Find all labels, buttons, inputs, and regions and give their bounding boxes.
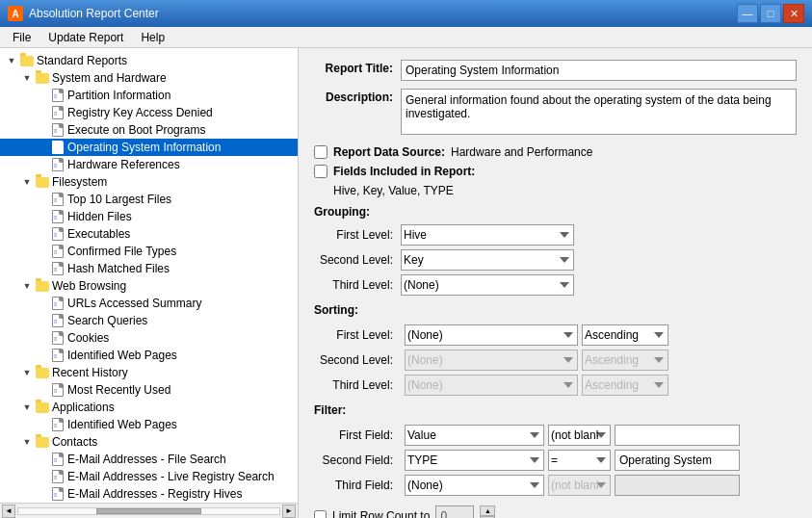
label-filesystem: Filesystem	[52, 175, 107, 189]
menu-help[interactable]: Help	[132, 28, 173, 47]
filter-third-op-select[interactable]: (not blank = !=	[548, 475, 611, 496]
tree-node-confirmed-file-types[interactable]: Confirmed File Types	[0, 243, 298, 260]
tree-node-top10[interactable]: Top 10 Largest Files	[0, 191, 298, 208]
expander-standard-reports[interactable]: ▼	[4, 53, 19, 68]
label-most-recently-used: Most Recently Used	[67, 383, 170, 397]
filter-first-op-select[interactable]: (not blank = != contains	[548, 425, 611, 446]
tree-node-os-info[interactable]: Operating System Information	[0, 139, 298, 156]
tree-node-hidden-files[interactable]: Hidden Files	[0, 208, 298, 225]
filter-third-row: Third Field: (None) Hive Key Value TYPE …	[314, 475, 797, 496]
tree-node-identified-web-pages-app[interactable]: Identified Web Pages	[0, 416, 298, 433]
tree-node-web-browsing[interactable]: ▼ Web Browsing	[0, 277, 298, 295]
sorting-third-row: Third Level: (None) Ascending Descending	[314, 375, 797, 396]
menu-bar: File Update Report Help	[0, 27, 812, 48]
tree-node-applications[interactable]: ▼ Applications	[0, 399, 298, 416]
sorting-second-order-select[interactable]: Ascending Descending	[582, 350, 668, 371]
hscroll-right-btn[interactable]: ►	[282, 505, 296, 518]
expander-web-browsing[interactable]: ▼	[19, 278, 35, 294]
expander-recent-history[interactable]: ▼	[19, 365, 35, 380]
tree-node-most-recently-used[interactable]: Most Recently Used	[0, 381, 298, 399]
expander-top10	[35, 192, 50, 207]
filter-first-value-input[interactable]	[615, 425, 740, 446]
limit-row-count-checkbox[interactable]	[314, 510, 327, 519]
report-title-input[interactable]	[401, 60, 797, 81]
expander-contacts[interactable]: ▼	[19, 434, 35, 450]
filter-second-field-select[interactable]: TYPE Hive Key Value (None)	[405, 450, 544, 471]
grouping-third-label: Third Level:	[314, 278, 401, 292]
expander-hash-matched	[35, 261, 50, 276]
filter-second-value-input[interactable]	[615, 450, 740, 471]
expander-applications[interactable]: ▼	[19, 400, 35, 415]
report-icon-identified-web-wb	[50, 348, 65, 363]
grouping-first-label: First Level:	[314, 228, 401, 242]
fields-included-checkbox[interactable]	[314, 165, 327, 178]
tree-node-contacts[interactable]: ▼ Contacts	[0, 433, 298, 451]
sorting-first-row: First Level: (None) Hive Key Value Ascen…	[314, 324, 797, 346]
filter-second-op-select[interactable]: = != (not blank contains	[548, 450, 611, 471]
expander-execute-boot	[35, 122, 50, 138]
sorting-third-select[interactable]: (None)	[405, 375, 578, 396]
grouping-second-select[interactable]: Key Hive (None)	[401, 249, 574, 271]
expander-executables	[35, 226, 50, 242]
menu-update-report[interactable]: Update Report	[39, 28, 132, 47]
tree-node-filesystem[interactable]: ▼ Filesystem	[0, 173, 298, 191]
expander-filesystem[interactable]: ▼	[19, 174, 35, 190]
grouping-third-select[interactable]: (None) Hive Key	[401, 274, 574, 296]
sorting-first-select[interactable]: (None) Hive Key Value	[405, 324, 578, 346]
report-icon-email-registry-hives	[50, 486, 65, 502]
sorting-first-order-select[interactable]: Ascending Descending	[582, 324, 668, 346]
tree-scroll[interactable]: ▼ Standard Reports ▼ System and Hardware…	[0, 48, 298, 503]
tree-node-search-queries[interactable]: Search Queries	[0, 312, 298, 329]
report-data-source-value: Hardware and Performance	[451, 145, 592, 159]
report-icon-hidden-files	[50, 209, 65, 224]
label-email-live-registry: E-Mail Addresses - Live Registry Search	[67, 470, 275, 483]
hscroll-track[interactable]	[17, 507, 280, 515]
folder-icon-applications	[35, 400, 50, 415]
label-partition-info: Partition Information	[67, 89, 170, 102]
sorting-second-row: Second Level: (None) Ascending Descendin…	[314, 350, 797, 371]
report-icon-registry-access	[50, 105, 65, 120]
tree-node-email-registry-hives[interactable]: E-Mail Addresses - Registry Hives	[0, 485, 298, 503]
grouping-first-row: First Level: Hive Key (None)	[314, 224, 797, 246]
tree-node-hardware-refs[interactable]: Hardware References	[0, 156, 298, 173]
filter-first-label: First Field:	[314, 428, 401, 442]
tree-node-partition-info[interactable]: Partition Information	[0, 87, 298, 104]
tree-node-hash-matched[interactable]: Hash Matched Files	[0, 260, 298, 277]
filter-first-field-select[interactable]: Value Hive Key TYPE (None)	[405, 425, 544, 446]
tree-node-executables[interactable]: Executables	[0, 225, 298, 243]
tree-node-standard-reports[interactable]: ▼ Standard Reports	[0, 52, 298, 69]
expander-system-hardware[interactable]: ▼	[19, 70, 35, 86]
spinner-up-btn[interactable]: ▲	[480, 505, 495, 516]
tree-node-registry-access-denied[interactable]: Registry Key Access Denied	[0, 104, 298, 121]
description-textarea[interactable]: General information found about the oper…	[401, 89, 797, 135]
tree-horizontal-scrollbar[interactable]: ◄ ►	[0, 503, 298, 518]
tree-node-urls-accessed[interactable]: URLs Accessed Summary	[0, 295, 298, 312]
fields-text: Hive, Key, Value, TYPE	[333, 184, 797, 197]
folder-icon-contacts	[35, 434, 50, 450]
label-contacts: Contacts	[52, 435, 97, 449]
report-data-source-checkbox[interactable]	[314, 145, 327, 159]
limit-row-count-input[interactable]	[435, 505, 474, 518]
report-icon-hardware-refs	[50, 157, 65, 172]
tree-node-cookies[interactable]: Cookies	[0, 329, 298, 347]
tree-node-email-live-registry[interactable]: E-Mail Addresses - Live Registry Search	[0, 468, 298, 485]
filter-third-field-select[interactable]: (None) Hive Key Value TYPE	[405, 475, 544, 496]
tree-node-identified-web-pages-wb[interactable]: Identified Web Pages	[0, 347, 298, 364]
tree-node-system-hardware[interactable]: ▼ System and Hardware	[0, 69, 298, 87]
bottom-section: Limit Row Count to ▲ ▼ Remove all duplic…	[314, 505, 797, 518]
minimize-button[interactable]: —	[737, 4, 758, 23]
tree-node-email-file-search[interactable]: E-Mail Addresses - File Search	[0, 451, 298, 468]
close-button[interactable]: ✕	[783, 4, 804, 23]
maximize-button[interactable]: □	[760, 4, 781, 23]
sorting-second-select[interactable]: (None)	[405, 350, 578, 371]
hscroll-left-btn[interactable]: ◄	[2, 505, 15, 518]
expander-email-file-search	[35, 452, 50, 467]
tree-node-execute-boot[interactable]: Execute on Boot Programs	[0, 121, 298, 139]
menu-file[interactable]: File	[4, 28, 39, 47]
filter-third-value-input[interactable]	[615, 475, 740, 496]
label-executables: Executables	[67, 227, 130, 241]
grouping-first-select[interactable]: Hive Key (None)	[401, 224, 574, 246]
hscroll-thumb[interactable]	[96, 508, 200, 514]
sorting-third-order-select[interactable]: Ascending Descending	[582, 375, 668, 396]
tree-node-recent-history[interactable]: ▼ Recent History	[0, 364, 298, 381]
